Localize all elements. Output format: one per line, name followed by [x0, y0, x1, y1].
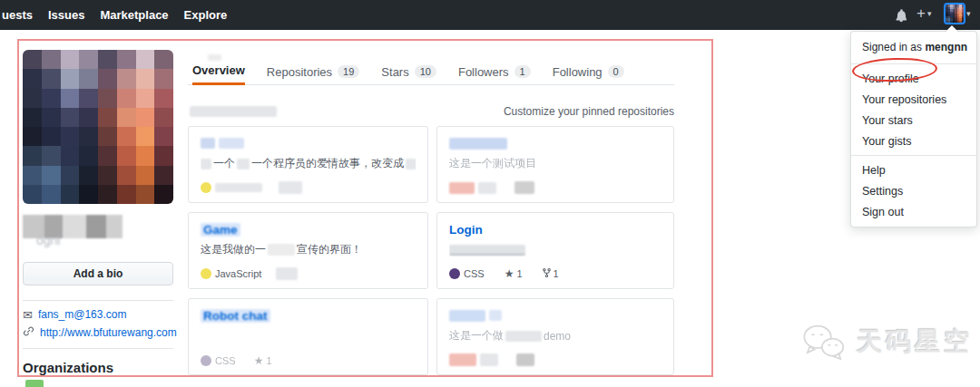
profile-tabs: OverviewRepositories19Stars10Followers1F…	[188, 58, 674, 85]
chevron-down-icon: ▾	[966, 9, 971, 18]
menu-item-sign-out[interactable]: Sign out	[851, 201, 976, 222]
link-icon	[23, 325, 34, 339]
repo-link[interactable]: Game	[201, 223, 240, 237]
email-row: ✉ fans_m@163.com	[23, 308, 126, 321]
star-count-value: 1	[266, 355, 271, 366]
menu-divider	[851, 63, 976, 64]
stargazers-count[interactable]: ★1	[505, 268, 523, 279]
repo-card-title-row: Game	[201, 222, 416, 237]
repo-description	[449, 243, 662, 256]
nav-link-uests[interactable]: uests	[2, 8, 33, 22]
language-dot	[201, 268, 211, 279]
create-new-button[interactable]: + ▾	[916, 5, 931, 23]
fork-icon	[543, 267, 551, 280]
tab-label: Repositories	[267, 65, 332, 79]
menu-divider	[851, 155, 976, 156]
censor-block	[505, 331, 542, 342]
watermark: 天码星空	[800, 322, 973, 362]
pinned-repositories-grid: 一个一个程序员的爱情故事，改变成这是一个测试项目Game这是我做的一宣传的界面！…	[188, 126, 674, 375]
star-icon: ★	[505, 268, 514, 279]
censored-description-text: demo	[544, 330, 571, 343]
add-bio-button[interactable]: Add a bio	[23, 262, 173, 285]
censor-block	[480, 353, 498, 366]
repo-link[interactable]: Robot chat	[201, 309, 270, 323]
censor-block	[237, 159, 250, 169]
language-name: CSS	[464, 268, 485, 279]
language-name: CSS	[215, 355, 236, 366]
censor-block	[449, 310, 485, 322]
chevron-down-icon: ▾	[927, 9, 932, 18]
menu-item-your-stars[interactable]: Your stars	[851, 110, 976, 131]
censor-block	[489, 310, 502, 321]
language-name: JavaScript	[215, 268, 261, 279]
repo-card-title-row: Login	[449, 222, 662, 237]
top-navbar: uestsIssuesMarketplaceExplore + ▾ ▾	[0, 0, 980, 30]
nav-link-marketplace[interactable]: Marketplace	[100, 8, 168, 22]
language-dot	[201, 182, 211, 193]
repo-description: 这是一个测试项目	[449, 157, 662, 170]
tab-repositories[interactable]: Repositories19	[267, 58, 360, 85]
pinned-repositories-header: Customize your pinned repositories	[188, 103, 674, 118]
menu-item-your-profile[interactable]: Your profile	[851, 68, 976, 89]
censor-block	[276, 267, 298, 280]
menu-item-help[interactable]: Help	[851, 160, 976, 180]
tab-counter: 0	[608, 65, 624, 78]
navbar-avatar-button[interactable]: ▾	[946, 5, 971, 23]
profile-avatar[interactable]	[23, 50, 173, 204]
watermark-text: 天码星空	[857, 324, 973, 359]
menu-item-your-repositories[interactable]: Your repositories	[851, 89, 976, 110]
censor-block	[201, 138, 215, 149]
censor-block	[449, 353, 476, 366]
menu-item-settings[interactable]: Settings	[851, 180, 976, 201]
plus-icon: +	[916, 5, 926, 23]
customize-pinned-link[interactable]: Customize your pinned repositories	[504, 105, 674, 118]
stargazers-count[interactable]: ★1	[254, 355, 272, 366]
language-dot	[449, 268, 460, 279]
tab-stars[interactable]: Stars10	[381, 58, 436, 85]
repo-meta-row	[449, 181, 534, 194]
repo-meta-row: CSS★1	[201, 355, 272, 366]
tab-label: Overview	[192, 63, 245, 77]
website-row: http://www.bfuturewang.com	[23, 325, 177, 339]
censor-block	[268, 244, 295, 256]
forks-count[interactable]: 1	[543, 267, 559, 280]
repo-card: Robot chatCSS★1	[188, 298, 428, 375]
notifications-bell-icon[interactable]	[895, 8, 907, 26]
menu-item-your-gists[interactable]: Your gists	[851, 131, 976, 151]
email-link[interactable]: fans_m@163.com	[38, 308, 127, 321]
fork-count-value: 1	[554, 268, 559, 279]
censor-block	[279, 181, 302, 194]
censor-block	[449, 245, 525, 256]
censor-block	[478, 182, 496, 194]
mail-icon: ✉	[23, 309, 33, 321]
nav-link-explore[interactable]: Explore	[184, 8, 228, 22]
github-profile-page: uestsIssuesMarketplaceExplore + ▾ ▾ ogni…	[0, 0, 980, 387]
star-icon: ★	[254, 355, 264, 366]
repo-description: 这是我做的一宣传的界面！	[201, 243, 416, 256]
repo-description: 一个一个程序员的爱情故事，改变成	[201, 157, 416, 170]
user-avatar	[946, 5, 964, 23]
tab-followers[interactable]: Followers1	[458, 58, 531, 85]
sidebar-divider	[23, 300, 173, 301]
repo-card: Game这是我做的一宣传的界面！JavaScript	[188, 212, 428, 289]
organizations-heading: Organizations	[23, 360, 113, 375]
description-text: 宣传的界面！	[297, 243, 362, 256]
wechat-icon	[800, 322, 848, 362]
repo-card: LoginCSS★11	[436, 212, 674, 289]
censor-block	[201, 159, 211, 169]
organization-avatar[interactable]	[25, 380, 44, 387]
tab-overview[interactable]: Overview	[192, 58, 245, 85]
description-text: 这是我做的一	[201, 243, 266, 256]
language-dot	[201, 355, 211, 366]
censored-description-text: 这是一个做	[449, 329, 504, 343]
repo-link[interactable]: Login	[449, 223, 483, 237]
nav-link-issues[interactable]: Issues	[48, 8, 84, 22]
signed-in-username: mengnn	[925, 41, 967, 53]
tab-counter: 1	[514, 65, 531, 78]
censor-block	[215, 183, 262, 192]
description-text: 一个	[213, 157, 235, 170]
tab-following[interactable]: Following0	[553, 58, 624, 85]
censor-block	[219, 138, 244, 149]
repo-meta-row	[449, 353, 534, 366]
website-link[interactable]: http://www.bfuturewang.com	[40, 326, 177, 339]
